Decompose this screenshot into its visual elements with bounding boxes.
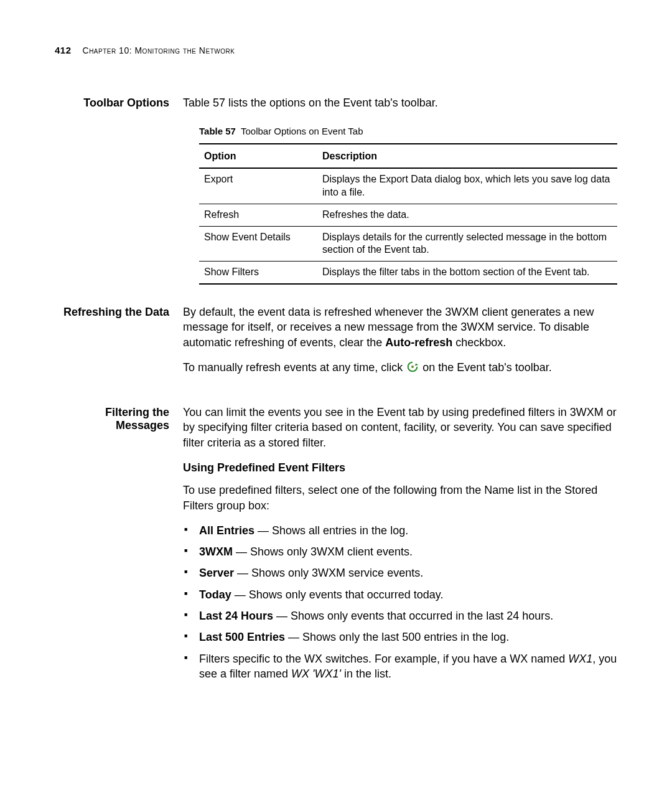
list-item: Today — Shows only events that occurred … (183, 587, 617, 602)
wx-filter-example: WX 'WX1' (291, 668, 341, 680)
list-item: Last 500 Entries — Shows only the last 5… (183, 630, 617, 644)
table-caption: Table 57 Toolbar Options on Event Tab (183, 125, 617, 138)
page-number: 412 (55, 45, 72, 55)
table-row: Show Filters Displays the filter tabs in… (199, 262, 617, 284)
toolbar-options-table: Option Description Export Displays the E… (199, 143, 617, 285)
section-label-refreshing: Refreshing the Data (55, 304, 183, 385)
cell-desc: Displays the Export Data dialog box, whi… (317, 168, 617, 204)
paragraph: To manually refresh events at any time, … (183, 360, 617, 375)
list-item: Last 24 Hours — Shows only events that o… (183, 608, 617, 623)
paragraph: By default, the event data is refreshed … (183, 304, 617, 350)
list-item: All Entries — Shows all entries in the l… (183, 523, 617, 538)
paragraph: You can limit the events you see in the … (183, 405, 617, 450)
col-description: Description (317, 144, 617, 169)
paragraph: Table 57 lists the options on the Event … (183, 95, 617, 110)
table-header-row: Option Description (199, 144, 617, 169)
list-item: Server — Shows only 3WXM service events. (183, 565, 617, 580)
running-head: 412 Chapter 10: Monitoring the Network (55, 45, 617, 55)
table-caption-text: Toolbar Options on Event Tab (241, 126, 363, 136)
table-row: Refresh Refreshes the data. (199, 204, 617, 226)
subhead-predefined-filters: Using Predefined Event Filters (183, 460, 617, 475)
table-row: Export Displays the Export Data dialog b… (199, 168, 617, 204)
cell-option: Show Filters (199, 262, 317, 284)
paragraph: To use predefined filters, select one of… (183, 483, 617, 513)
table-row: Show Event Details Displays details for … (199, 226, 617, 262)
col-option: Option (199, 144, 317, 169)
table-number: Table 57 (199, 126, 236, 136)
chapter-title: Chapter 10: Monitoring the Network (83, 45, 235, 55)
cell-desc: Displays the filter tabs in the bottom s… (317, 262, 617, 284)
filter-list: All Entries — Shows all entries in the l… (183, 523, 617, 681)
cell-option: Export (199, 168, 317, 204)
wx-name-example: WX1 (568, 653, 592, 665)
cell-desc: Refreshes the data. (317, 204, 617, 226)
cell-option: Refresh (199, 204, 317, 226)
section-label-toolbar-options: Toolbar Options (55, 95, 183, 285)
svg-point-0 (411, 366, 414, 368)
cell-option: Show Event Details (199, 226, 317, 262)
list-item: Filters specific to the WX switches. For… (183, 651, 617, 682)
refresh-icon (406, 360, 419, 374)
list-item: 3WXM — Shows only 3WXM client events. (183, 544, 617, 559)
section-label-filtering: Filtering the Messages (55, 405, 183, 687)
auto-refresh-label: Auto-refresh (385, 336, 452, 349)
cell-desc: Displays details for the currently selec… (317, 226, 617, 262)
